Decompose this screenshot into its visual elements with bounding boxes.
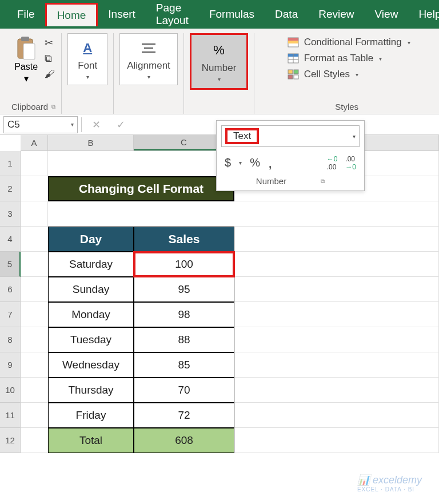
row-header[interactable]: 5 — [0, 252, 21, 277]
row-header[interactable]: 3 — [0, 201, 21, 227]
group-alignment: Alignment ▾ — [114, 33, 184, 114]
cancel-formula-icon[interactable]: ✕ — [92, 118, 101, 131]
row-header[interactable]: 10 — [0, 378, 21, 403]
tab-file[interactable]: File — [7, 3, 45, 25]
alignment-button[interactable]: Alignment ▾ — [119, 33, 178, 85]
chevron-down-icon: ▾ — [408, 39, 410, 46]
watermark-subtext: EXCEL · DATA · BI — [357, 486, 422, 493]
name-box-value: C5 — [7, 119, 20, 130]
format-painter-icon[interactable]: 🖌 — [45, 68, 55, 80]
chevron-down-icon: ▾ — [353, 133, 356, 140]
ribbon: Paste ▾ ✂ ⧉ 🖌 Clipboard⧉ A Font ▾ Alignm… — [0, 29, 439, 114]
comma-style-button[interactable]: , — [268, 154, 272, 172]
tab-view[interactable]: View — [365, 3, 409, 25]
group-font: A Font ▾ — [62, 33, 114, 114]
format-as-table-button[interactable]: Format as Table ▾ — [287, 53, 382, 64]
table-cell[interactable]: Friday — [48, 403, 134, 428]
table-cell[interactable]: 98 — [134, 302, 234, 327]
table-cell[interactable]: 88 — [134, 327, 234, 352]
table-header-day[interactable]: Day — [48, 227, 134, 252]
table-cell[interactable]: 95 — [134, 277, 234, 302]
clipboard-icon — [15, 35, 37, 61]
row-header[interactable]: 9 — [0, 352, 21, 378]
table-cell[interactable]: 72 — [134, 403, 234, 428]
chevron-down-icon: ▾ — [147, 74, 150, 80]
number-button[interactable]: % Number ▾ — [190, 33, 248, 90]
row-header[interactable]: 8 — [0, 327, 21, 352]
svg-rect-7 — [288, 38, 298, 41]
watermark-text: exceldemy — [373, 474, 422, 486]
enter-formula-icon[interactable]: ✓ — [117, 118, 125, 131]
number-label: Number — [202, 62, 236, 74]
tab-home[interactable]: Home — [45, 3, 98, 26]
increase-decimal-button[interactable]: ←0.00 — [327, 155, 338, 171]
font-button[interactable]: A Font ▾ — [67, 33, 107, 85]
decrease-decimal-button[interactable]: .00→0 — [345, 155, 356, 171]
table-cell[interactable]: Tuesday — [48, 327, 134, 352]
row-header[interactable]: 11 — [0, 403, 21, 428]
format-as-table-icon — [287, 53, 300, 64]
title-banner[interactable]: Changing Cell Format — [48, 176, 234, 201]
group-clipboard: Paste ▾ ✂ ⧉ 🖌 Clipboard⧉ — [6, 33, 62, 114]
chevron-down-icon: ▾ — [86, 74, 89, 80]
table-cell[interactable]: Thursday — [48, 378, 134, 403]
col-header-a[interactable]: A — [21, 135, 48, 150]
tab-help[interactable]: Help — [408, 3, 439, 25]
tab-insert[interactable]: Insert — [98, 3, 146, 25]
chevron-down-icon[interactable]: ▾ — [239, 160, 242, 166]
col-header-b[interactable]: B — [48, 135, 134, 150]
currency-button[interactable]: $ — [225, 156, 231, 169]
tab-review[interactable]: Review — [308, 3, 364, 25]
cell-styles-button[interactable]: Cell Styles ▾ — [287, 69, 358, 80]
svg-rect-1 — [21, 37, 29, 41]
svg-rect-16 — [294, 75, 298, 79]
percent-button[interactable]: % — [250, 156, 260, 169]
tab-formulas[interactable]: Formulas — [199, 3, 265, 25]
total-label-cell[interactable]: Total — [48, 428, 134, 453]
copy-icon[interactable]: ⧉ — [45, 53, 55, 65]
group-number: % Number ▾ — [184, 33, 254, 114]
conditional-formatting-label: Conditional Formatting — [304, 37, 402, 48]
selected-cell[interactable]: 100 — [134, 252, 234, 277]
chevron-down-icon: ▾ — [379, 55, 382, 62]
row-header[interactable]: 4 — [0, 227, 21, 252]
conditional-formatting-icon — [287, 37, 300, 48]
font-icon: A — [78, 38, 97, 58]
tab-data[interactable]: Data — [265, 3, 308, 25]
watermark: 📊 exceldemy EXCEL · DATA · BI — [357, 474, 422, 493]
name-box[interactable]: C5 ▾ — [3, 116, 78, 133]
row-header[interactable]: 7 — [0, 302, 21, 327]
paste-button[interactable]: Paste ▾ — [12, 33, 40, 86]
number-format-value: Text — [225, 128, 259, 144]
row-header[interactable]: 2 — [0, 176, 21, 201]
svg-rect-2 — [23, 43, 35, 59]
percent-icon: % — [209, 41, 229, 60]
clipboard-launcher-icon[interactable]: ⧉ — [51, 104, 55, 110]
table-cell[interactable]: 70 — [134, 378, 234, 403]
table-header-sales[interactable]: Sales — [134, 227, 234, 252]
styles-group-label: Styles — [335, 102, 358, 112]
clipboard-group-label: Clipboard — [11, 102, 48, 112]
table-cell[interactable]: Monday — [48, 302, 134, 327]
chevron-down-icon: ▾ — [218, 76, 221, 82]
svg-rect-8 — [288, 41, 298, 43]
number-launcher-icon[interactable]: ⧉ — [321, 178, 325, 185]
table-cell[interactable]: Sunday — [48, 277, 134, 302]
alignment-label: Alignment — [127, 60, 170, 72]
table-cell[interactable]: 85 — [134, 352, 234, 378]
font-label: Font — [78, 60, 97, 72]
cut-icon[interactable]: ✂ — [45, 37, 55, 49]
paste-label: Paste — [14, 62, 38, 72]
row-header[interactable]: 12 — [0, 428, 21, 453]
table-cell[interactable]: Saturday — [48, 252, 134, 277]
conditional-formatting-button[interactable]: Conditional Formatting ▾ — [287, 37, 410, 48]
number-format-selector[interactable]: Text ▾ — [221, 125, 360, 147]
chevron-down-icon: ▾ — [24, 73, 29, 84]
group-styles: Conditional Formatting ▾ Format as Table… — [254, 33, 439, 114]
row-header[interactable]: 1 — [0, 151, 21, 176]
table-cell[interactable]: Wednesday — [48, 352, 134, 378]
tab-page-layout[interactable]: Page Layout — [146, 0, 199, 31]
row-header[interactable]: 6 — [0, 277, 21, 302]
total-value-cell[interactable]: 608 — [134, 428, 234, 453]
cell-styles-icon — [287, 69, 300, 80]
